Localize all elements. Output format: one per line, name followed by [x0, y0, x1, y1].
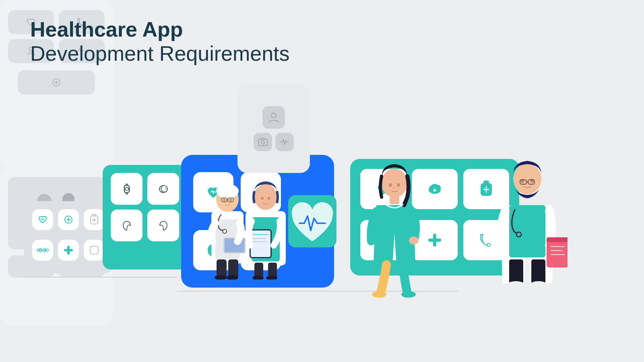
app-title: Healthcare App: [30, 18, 290, 41]
svg-point-63: [223, 199, 225, 202]
svg-rect-97: [531, 259, 545, 284]
svg-point-77: [254, 184, 277, 210]
svg-point-99: [513, 164, 541, 194]
svg-point-22: [261, 141, 264, 144]
svg-rect-7: [37, 249, 39, 251]
ground-line-left: [24, 277, 177, 278]
icon-gray-placeholder: [84, 240, 105, 261]
icon-heart-rate-large: [288, 195, 336, 247]
svg-point-91: [389, 183, 392, 187]
svg-point-78: [261, 197, 264, 200]
doctor-right-figure: [487, 147, 568, 300]
svg-rect-90: [390, 196, 399, 204]
card-far-left: [24, 201, 113, 274]
phone-top-card: [237, 84, 310, 173]
icon-bottle: [84, 209, 105, 230]
svg-point-62: [216, 184, 239, 198]
svg-rect-72: [228, 259, 238, 278]
card-left-green: [103, 165, 187, 269]
svg-point-112: [530, 281, 547, 288]
phone-top-icon-ecg: [275, 133, 294, 151]
svg-rect-21: [258, 139, 267, 146]
icon-dumbbell: [32, 240, 53, 261]
svg-point-94: [372, 291, 386, 298]
svg-point-95: [401, 291, 416, 298]
svg-rect-71: [217, 259, 227, 278]
icon-kidney-right: [147, 210, 179, 241]
svg-rect-14: [90, 246, 98, 254]
svg-rect-8: [46, 249, 48, 251]
phone-top-icon-camera: [254, 133, 272, 151]
icon-brain: [147, 173, 179, 205]
icon-watch: [111, 173, 142, 205]
svg-rect-48: [428, 239, 441, 242]
nurse-figure: [362, 153, 427, 298]
svg-rect-23: [261, 138, 264, 139]
svg-rect-107: [547, 237, 568, 242]
svg-point-93: [409, 237, 419, 245]
svg-point-20: [271, 113, 276, 118]
svg-point-79: [268, 197, 270, 200]
app-subtitle: Development Requirements: [30, 41, 290, 66]
icon-cross: [58, 240, 79, 261]
svg-point-64: [229, 199, 232, 202]
svg-point-92: [397, 183, 400, 187]
phone-top-icon-person: [262, 106, 285, 129]
title-section: Healthcare App Development Requirements: [30, 18, 290, 66]
svg-point-111: [508, 281, 524, 288]
doctor-woman-figure: [237, 167, 294, 280]
svg-rect-96: [509, 259, 523, 284]
svg-rect-13: [64, 249, 73, 251]
icon-plus-circle: [58, 209, 79, 230]
svg-point-89: [382, 169, 407, 197]
icon-heart: [32, 209, 53, 230]
icon-kidney-left: [111, 210, 142, 241]
icon-plus-gray: [18, 70, 95, 95]
svg-point-16: [125, 187, 128, 191]
svg-rect-106: [547, 239, 568, 267]
